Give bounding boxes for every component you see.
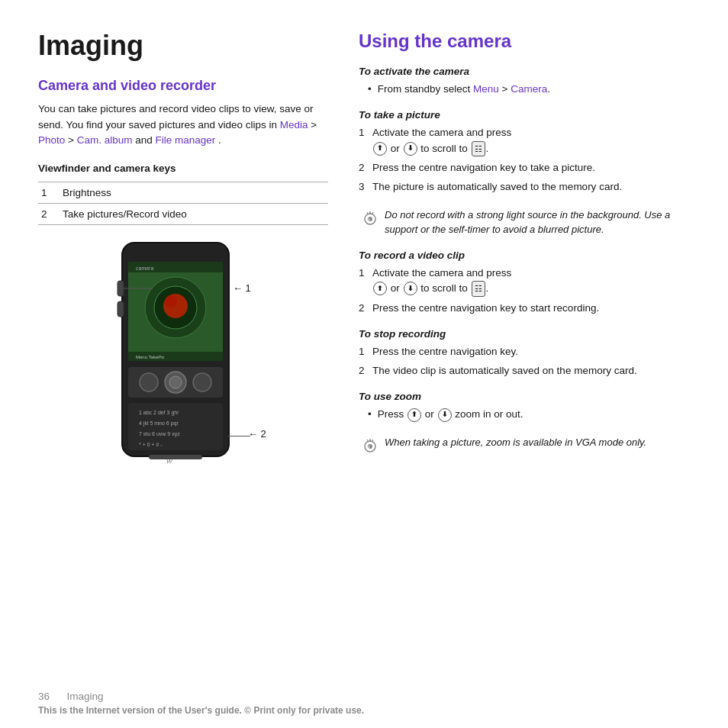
record-video-step-2: 2 Press the centre navigation key to sta… [359, 301, 690, 316]
svg-text:!: ! [369, 217, 370, 223]
table-num-2: 2 [41, 208, 63, 220]
scroll-down-icon: ⬇ [404, 142, 417, 156]
left-column: Imaging Camera and video recorder You ca… [38, 31, 328, 659]
arrow-line-2 [227, 436, 250, 436]
footer-legal: This is the Internet version of the User… [38, 705, 690, 716]
svg-point-13 [140, 373, 158, 391]
link-camera[interactable]: Camera [511, 83, 547, 95]
tip-text-1: Do not record with a strong light source… [385, 208, 690, 237]
phone-illustration: camera Menu TakePic [38, 239, 328, 514]
take-picture-step-2: 2 Press the centre navigation key to tak… [359, 160, 690, 176]
arrow-label-2: ← 2 [248, 428, 266, 440]
section-stop-recording: To stop recording 1 Press the centre nav… [359, 328, 690, 379]
svg-text:* +    0 +    # -: * + 0 + # - [139, 442, 163, 447]
table-label-1: Brightness [63, 187, 111, 198]
svg-rect-22 [118, 281, 124, 296]
tip-icon-1: ! [362, 208, 378, 225]
svg-point-12 [169, 376, 182, 388]
take-picture-step-3: 3 The picture is automatically saved to … [359, 179, 690, 195]
table-label-2: Take pictures/Record video [63, 208, 187, 220]
zoom-instruction: Press ⬆ or ⬇ zoom in or out. [359, 407, 690, 422]
tip-1: ! Do not record with a strong light sour… [359, 208, 690, 237]
activate-instruction: From standby select Menu > Camera. [359, 82, 690, 97]
section-zoom: To use zoom Press ⬆ or ⬇ zoom in or out. [359, 391, 690, 422]
svg-point-5 [165, 295, 177, 308]
table-row: 1 Brightness [38, 182, 328, 204]
page-title: Imaging [38, 31, 328, 61]
section-take-picture: To take a picture 1 Activate the camera … [359, 109, 690, 195]
stop-recording-step-1: 1 Press the centre navigation key. [359, 344, 690, 359]
svg-text:4 jkl  5 mno  6 pqr: 4 jkl 5 mno 6 pqr [139, 420, 179, 427]
link-cam-album[interactable]: Cam. album [77, 134, 133, 146]
scroll-down-icon-3: ⬇ [438, 408, 452, 422]
link-media[interactable]: Media [280, 119, 308, 130]
footer-page-num: 36 Imaging [38, 691, 690, 702]
page: Imaging Camera and video recorder You ca… [0, 0, 728, 728]
scroll-down-icon-2: ⬇ [404, 282, 417, 295]
svg-text:Menu     TakePic: Menu TakePic [136, 355, 165, 359]
instruction-title-take-picture: To take a picture [359, 109, 690, 121]
svg-point-14 [193, 373, 211, 391]
tip-2: ! When taking a picture, zoom is availab… [359, 435, 690, 453]
scroll-up-icon: ⬆ [373, 142, 387, 156]
scroll-up-icon-3: ⬆ [407, 408, 421, 422]
key-grid-icon-2: ☷ [472, 281, 485, 297]
tip-icon-2: ! [362, 436, 378, 453]
table-row: 2 Take pictures/Record video [38, 204, 328, 225]
section-record-video: To record a video clip 1 Activate the ca… [359, 250, 690, 316]
link-file-manager[interactable]: File manager [156, 134, 216, 146]
subsection-heading-viewfinder: Viewfinder and camera keys [38, 163, 328, 174]
phone-svg: camera Menu TakePic [107, 239, 244, 498]
instruction-title-zoom: To use zoom [359, 391, 690, 402]
right-column: Using the camera To activate the camera … [359, 31, 690, 659]
svg-rect-20 [149, 455, 202, 459]
camera-keys-table: 1 Brightness 2 Take pictures/Record vide… [38, 182, 328, 225]
instruction-title-activate: To activate the camera [359, 66, 690, 77]
section-activate: To activate the camera From standby sele… [359, 66, 690, 97]
svg-text:camera: camera [136, 266, 153, 271]
scroll-up-icon-2: ⬆ [373, 282, 387, 295]
body-text: You can take pictures and record video c… [38, 101, 328, 150]
main-content: Imaging Camera and video recorder You ca… [0, 0, 728, 681]
record-video-step-1: 1 Activate the camera and press ⬆ or ⬇ t… [359, 266, 690, 297]
svg-rect-23 [118, 301, 124, 317]
take-picture-step-1: 1 Activate the camera and press ⬆ or ⬇ t… [359, 125, 690, 156]
instruction-title-record-video: To record a video clip [359, 250, 690, 261]
instruction-title-stop-recording: To stop recording [359, 328, 690, 340]
link-photo[interactable]: Photo [38, 134, 65, 146]
stop-recording-step-2: 2 The video clip is automatically saved … [359, 363, 690, 378]
tip-text-2: When taking a picture, zoom is available… [385, 435, 646, 450]
footer: 36 Imaging This is the Internet version … [0, 681, 728, 728]
table-num-1: 1 [41, 187, 63, 198]
arrow-label-1: ← 1 [233, 282, 251, 294]
right-title: Using the camera [359, 31, 690, 52]
svg-text:!: ! [369, 445, 370, 450]
section-heading-camera: Camera and video recorder [38, 78, 328, 94]
link-menu[interactable]: Menu [473, 83, 499, 95]
svg-text:1 abc  2 def  3 ghi: 1 abc 2 def 3 ghi [139, 410, 179, 416]
key-grid-icon: ☷ [472, 141, 485, 157]
svg-text:7 stu  8 uvw  9 xyz: 7 stu 8 uvw 9 xyz [139, 431, 180, 437]
